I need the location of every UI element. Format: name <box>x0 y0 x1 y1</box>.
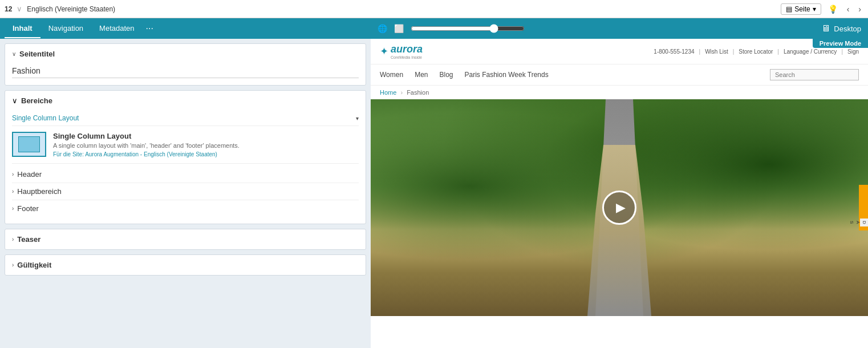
window-icon[interactable]: ⬜ <box>394 24 404 33</box>
nav-women[interactable]: Women <box>380 71 403 79</box>
play-button[interactable]: ▶ <box>602 191 636 225</box>
strip-line3: S <box>849 221 854 224</box>
layout-info: Single Column Layout A single column lay… <box>53 132 359 157</box>
sign-link[interactable]: Sign <box>847 48 859 55</box>
store-locator-link[interactable]: Store Locator <box>739 48 773 55</box>
teaser-section[interactable]: › Teaser <box>5 229 366 250</box>
nav-men[interactable]: Men <box>415 71 428 79</box>
site-nav: Women Men Blog Paris Fashion Week Trends <box>371 64 868 86</box>
layout-row[interactable]: Single Column Layout ▾ <box>12 111 359 126</box>
layout-thumbnail-inner <box>18 136 40 152</box>
sub-item-hauptbereich[interactable]: › Hauptbereich <box>12 183 359 200</box>
preview-mode-banner: Preview Mode <box>813 39 868 48</box>
hero-container: ▶ D A S <box>371 99 868 316</box>
layout-info-desc: A single column layout with 'main', 'hea… <box>53 142 359 149</box>
zoom-slider[interactable] <box>411 24 525 33</box>
sub-item-footer[interactable]: › Footer <box>12 200 359 217</box>
seitentitel-input[interactable] <box>12 64 359 78</box>
logo-sub: CoreMedia Inside <box>391 55 423 59</box>
left-panel: Inhalt Navigation Metadaten ··· ∨ Seiten… <box>0 18 371 348</box>
logo-text: aurora <box>391 43 423 55</box>
lightbulb-icon[interactable]: 💡 <box>826 3 840 15</box>
layout-thumbnail <box>12 132 46 157</box>
seitentitel-chevron: ∨ <box>12 51 16 57</box>
right-panel: 🌐 ⬜ 🖥 Desktop Preview Mode ✦ aurora Core <box>371 18 868 348</box>
seitentitel-header[interactable]: ∨ Seitentitel <box>5 44 366 64</box>
breadcrumb-home[interactable]: Home <box>380 89 396 96</box>
site-header: ✦ aurora CoreMedia Inside 1-800-555-1234… <box>371 39 868 64</box>
strip-line2: A <box>855 221 861 224</box>
language-link[interactable]: Language / Currency <box>784 48 837 55</box>
layout-chevron: ▾ <box>356 115 359 122</box>
page-dropdown-icon: ▾ <box>813 5 816 13</box>
layout-info-meta: Für die Site: Aurora Augmentation - Engl… <box>53 151 359 157</box>
desktop-icon: 🖥 <box>821 23 830 34</box>
tab-more[interactable]: ··· <box>143 19 157 38</box>
preview-content: Preview Mode ✦ aurora CoreMedia Inside 1… <box>371 39 868 348</box>
yellow-text-strip: D A S <box>860 218 868 226</box>
document-number: 12 <box>5 5 12 13</box>
breadcrumb-current: Fashion <box>407 89 429 96</box>
page-button[interactable]: ▤ Seite ▾ <box>781 3 821 15</box>
device-indicator: 🖥 Desktop <box>821 23 861 34</box>
slider-container <box>411 24 814 33</box>
layout-label[interactable]: Single Column Layout <box>12 114 79 122</box>
phone-link[interactable]: 1-800-555-1234 <box>654 48 694 55</box>
sub-item-header[interactable]: › Header <box>12 166 359 183</box>
seitentitel-title: Seitentitel <box>19 50 55 58</box>
globe-icon[interactable]: 🌐 <box>378 24 387 33</box>
logo-icon: ✦ <box>380 45 388 58</box>
device-label: Desktop <box>834 25 861 33</box>
search-input[interactable] <box>770 69 859 80</box>
strip-line1: D <box>862 221 867 224</box>
hero-image: ▶ <box>371 99 868 316</box>
teaser-label: Teaser <box>17 235 40 244</box>
top-toolbar: 12 ∨ Englisch (Vereinigte Staaten) ▤ Sei… <box>0 0 868 18</box>
teaser-chevron: › <box>12 236 14 242</box>
back-icon[interactable]: ‹ <box>845 3 852 15</box>
seitentitel-body <box>5 64 366 85</box>
play-icon: ▶ <box>616 200 626 215</box>
site-logo: ✦ aurora CoreMedia Inside <box>380 43 423 59</box>
tab-bar: Inhalt Navigation Metadaten ··· <box>0 18 371 39</box>
gueltigkeit-section[interactable]: › Gültigkeit <box>5 254 366 276</box>
bereiche-section: ∨ Bereiche Single Column Layout ▾ <box>5 90 366 224</box>
tab-navigation[interactable]: Navigation <box>40 19 91 38</box>
tab-metadaten[interactable]: Metadaten <box>91 19 142 38</box>
page-icon: ▤ <box>786 5 792 13</box>
bereiche-header[interactable]: ∨ Bereiche <box>5 91 366 111</box>
page-label: Seite <box>794 5 810 13</box>
layout-detail: Single Column Layout A single column lay… <box>12 126 359 164</box>
gueltigkeit-chevron: › <box>12 262 14 268</box>
wish-list-link[interactable]: Wish List <box>705 48 728 55</box>
forward-icon[interactable]: › <box>856 3 863 15</box>
bereiche-chevron: ∨ <box>12 96 18 105</box>
bereiche-body: Single Column Layout ▾ Single Column Lay… <box>5 111 366 224</box>
layout-info-title: Single Column Layout <box>53 132 359 140</box>
nav-fashion-week[interactable]: Paris Fashion Week Trends <box>465 71 549 79</box>
left-content: ∨ Seitentitel ∨ Bereiche Single Column L… <box>0 39 371 348</box>
site-breadcrumb: Home › Fashion <box>371 86 868 99</box>
language-label: Englisch (Vereinigte Staaten) <box>27 5 115 13</box>
header-links: 1-800-555-1234 | Wish List | Store Locat… <box>654 48 859 55</box>
preview-toolbar: 🌐 ⬜ 🖥 Desktop <box>371 18 868 39</box>
tab-inhalt[interactable]: Inhalt <box>5 19 40 38</box>
gueltigkeit-label: Gültigkeit <box>17 261 51 269</box>
seitentitel-section: ∨ Seitentitel <box>5 43 366 86</box>
bereiche-title: Bereiche <box>21 96 52 105</box>
nav-blog[interactable]: Blog <box>439 71 453 79</box>
